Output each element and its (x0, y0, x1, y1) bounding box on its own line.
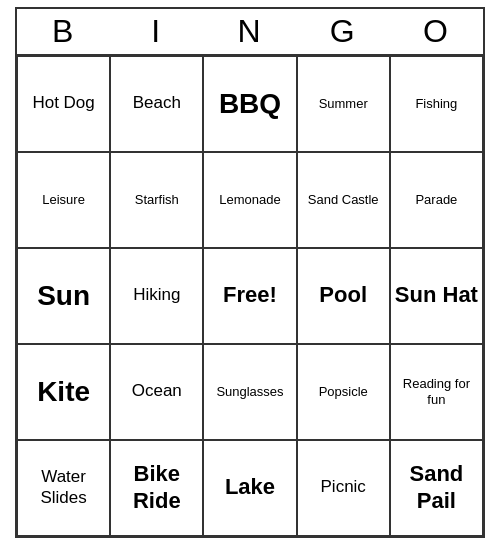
bingo-cell-0-0: Hot Dog (17, 56, 110, 152)
header-letter-o: O (390, 9, 483, 54)
bingo-cell-3-4: Reading for fun (390, 344, 483, 440)
bingo-cell-text-3-4: Reading for fun (395, 376, 478, 407)
bingo-cell-text-3-1: Ocean (132, 381, 182, 401)
bingo-cell-3-1: Ocean (110, 344, 203, 440)
bingo-cell-text-3-3: Popsicle (319, 384, 368, 400)
bingo-cell-2-2: Free! (203, 248, 296, 344)
bingo-cell-0-1: Beach (110, 56, 203, 152)
bingo-cell-3-0: Kite (17, 344, 110, 440)
bingo-cell-4-3: Picnic (297, 440, 390, 536)
bingo-cell-text-2-1: Hiking (133, 285, 180, 305)
bingo-cell-text-3-2: Sunglasses (216, 384, 283, 400)
bingo-grid: Hot DogBeachBBQSummerFishingLeisureStarf… (17, 56, 483, 536)
bingo-cell-text-0-2: BBQ (219, 87, 281, 121)
bingo-cell-text-4-0: Water Slides (22, 467, 105, 508)
bingo-cell-3-2: Sunglasses (203, 344, 296, 440)
bingo-card: BINGO Hot DogBeachBBQSummerFishingLeisur… (15, 7, 485, 538)
bingo-cell-text-1-3: Sand Castle (308, 192, 379, 208)
bingo-cell-4-2: Lake (203, 440, 296, 536)
bingo-cell-1-4: Parade (390, 152, 483, 248)
bingo-cell-4-0: Water Slides (17, 440, 110, 536)
bingo-cell-4-1: Bike Ride (110, 440, 203, 536)
bingo-cell-2-0: Sun (17, 248, 110, 344)
bingo-cell-0-2: BBQ (203, 56, 296, 152)
bingo-cell-text-1-1: Starfish (135, 192, 179, 208)
bingo-cell-text-2-2: Free! (223, 282, 277, 308)
bingo-cell-0-3: Summer (297, 56, 390, 152)
bingo-cell-1-2: Lemonade (203, 152, 296, 248)
header-letter-g: G (297, 9, 390, 54)
bingo-cell-text-2-4: Sun Hat (395, 282, 478, 308)
bingo-cell-text-0-3: Summer (319, 96, 368, 112)
header-letter-i: I (110, 9, 203, 54)
bingo-cell-text-0-0: Hot Dog (32, 93, 94, 113)
bingo-cell-4-4: Sand Pail (390, 440, 483, 536)
bingo-cell-2-1: Hiking (110, 248, 203, 344)
bingo-cell-0-4: Fishing (390, 56, 483, 152)
bingo-cell-text-4-3: Picnic (321, 477, 366, 497)
bingo-cell-text-1-4: Parade (415, 192, 457, 208)
bingo-cell-text-2-0: Sun (37, 279, 90, 313)
header-letter-b: B (17, 9, 110, 54)
header-letter-n: N (203, 9, 296, 54)
bingo-header: BINGO (17, 9, 483, 56)
bingo-cell-1-0: Leisure (17, 152, 110, 248)
bingo-cell-text-4-2: Lake (225, 474, 275, 500)
bingo-cell-text-2-3: Pool (319, 282, 367, 308)
bingo-cell-text-4-4: Sand Pail (395, 461, 478, 514)
bingo-cell-text-1-0: Leisure (42, 192, 85, 208)
bingo-cell-text-0-1: Beach (133, 93, 181, 113)
bingo-cell-1-1: Starfish (110, 152, 203, 248)
bingo-cell-text-1-2: Lemonade (219, 192, 280, 208)
bingo-cell-1-3: Sand Castle (297, 152, 390, 248)
bingo-cell-text-4-1: Bike Ride (115, 461, 198, 514)
bingo-cell-text-3-0: Kite (37, 375, 90, 409)
bingo-cell-text-0-4: Fishing (415, 96, 457, 112)
bingo-cell-2-4: Sun Hat (390, 248, 483, 344)
bingo-cell-2-3: Pool (297, 248, 390, 344)
bingo-cell-3-3: Popsicle (297, 344, 390, 440)
